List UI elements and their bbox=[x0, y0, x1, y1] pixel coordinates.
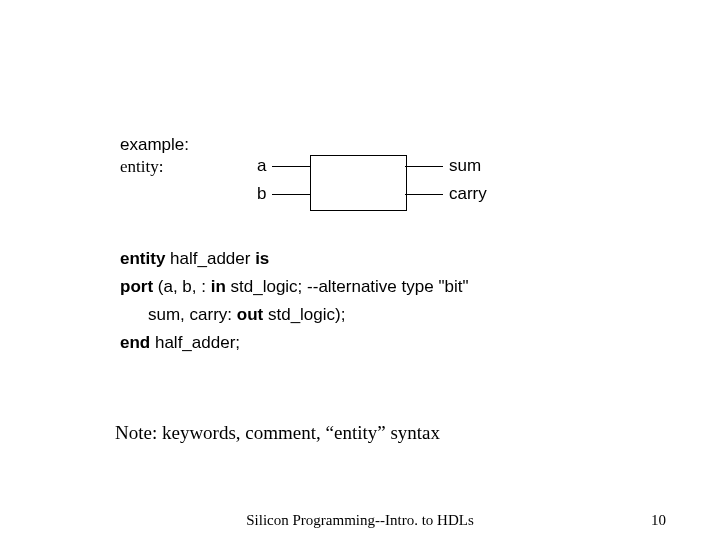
wire-a bbox=[272, 166, 310, 167]
kw-port: port bbox=[120, 277, 153, 296]
label-output-sum: sum bbox=[449, 156, 481, 176]
entity-label: entity: bbox=[120, 155, 215, 177]
code-line-1: entity half_adder is bbox=[120, 245, 620, 273]
wire-carry bbox=[405, 194, 443, 195]
example-label: example: bbox=[120, 135, 620, 155]
kw-is: is bbox=[255, 249, 269, 268]
code-text: sum, carry: bbox=[148, 305, 237, 324]
kw-end: end bbox=[120, 333, 150, 352]
half-adder-diagram: a b sum carry bbox=[215, 155, 515, 215]
code-text: std_logic); bbox=[263, 305, 345, 324]
note-text: Note: keywords, comment, “entity” syntax bbox=[115, 422, 440, 444]
slide-content: example: entity: a b sum carry entity ha… bbox=[120, 135, 620, 357]
label-input-a: a bbox=[257, 156, 266, 176]
code-line-3: sum, carry: out std_logic); bbox=[120, 301, 620, 329]
wire-sum bbox=[405, 166, 443, 167]
footer-title: Silicon Programming--Intro. to HDLs bbox=[0, 512, 720, 529]
diagram-row: entity: a b sum carry bbox=[120, 155, 620, 215]
code-line-4: end half_adder; bbox=[120, 329, 620, 357]
kw-in: in bbox=[211, 277, 226, 296]
kw-out: out bbox=[237, 305, 263, 324]
kw-entity: entity bbox=[120, 249, 165, 268]
label-output-carry: carry bbox=[449, 184, 487, 204]
code-text: half_adder; bbox=[150, 333, 240, 352]
wire-b bbox=[272, 194, 310, 195]
code-line-2: port (a, b, : in std_logic; --alternativ… bbox=[120, 273, 620, 301]
entity-box bbox=[310, 155, 407, 211]
footer-page-number: 10 bbox=[651, 512, 666, 529]
vhdl-code-block: entity half_adder is port (a, b, : in st… bbox=[120, 245, 620, 357]
code-text: (a, b, : bbox=[153, 277, 211, 296]
code-text: half_adder bbox=[165, 249, 255, 268]
label-input-b: b bbox=[257, 184, 266, 204]
code-text: std_logic; --alternative type "bit" bbox=[226, 277, 469, 296]
